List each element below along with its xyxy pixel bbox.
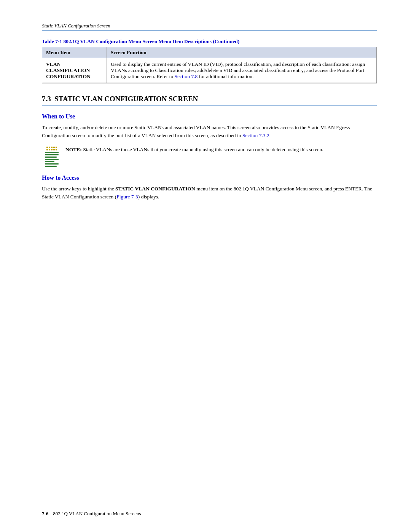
note-icon <box>42 146 62 167</box>
bold-config-text: STATIC VLAN CONFIGURATION <box>115 186 195 192</box>
col-screen-function: Screen Function <box>107 47 377 58</box>
section-heading: 7.3 STATIC VLAN CONFIGURATION SCREEN <box>42 95 377 106</box>
when-to-use-heading: When to Use <box>42 113 377 120</box>
note-content: NOTE: Static VLANs are those VLANs that … <box>65 146 323 153</box>
section-7-3-2-link[interactable]: Section 7.3.2 <box>242 133 269 138</box>
table-header-row: Menu Item Screen Function <box>42 47 377 58</box>
menu-item-cell: VLAN CLASSIFICATION CONFIGURATION <box>42 58 107 83</box>
note-icon-lines <box>45 152 59 167</box>
section-7-8-link[interactable]: Section 7.8 <box>175 73 198 79</box>
figure-7-3-link[interactable]: Figure 7-3 <box>116 194 138 200</box>
note-box: NOTE: Static VLANs are those VLANs that … <box>42 146 377 167</box>
page-footer: 7-6 802.1Q VLAN Configuration Menu Scree… <box>42 511 377 517</box>
footer-page-num: 7-6 <box>42 511 48 517</box>
page-header: Static VLAN Configuration Screen <box>42 23 377 31</box>
table-row: VLAN CLASSIFICATION CONFIGURATION Used t… <box>42 58 377 83</box>
screen-function-cell: Used to display the current entries of V… <box>107 58 377 83</box>
note-label: NOTE: <box>65 147 82 152</box>
how-to-access-heading: How to Access <box>42 174 377 181</box>
how-to-access-paragraph: Use the arrow keys to highlight the STAT… <box>42 185 377 201</box>
when-to-use-paragraph: To create, modify, and/or delete one or … <box>42 124 377 140</box>
note-icon-dots <box>46 147 57 150</box>
footer-text: 802.1Q VLAN Configuration Menu Screens <box>53 511 141 517</box>
col-menu-item: Menu Item <box>42 47 107 58</box>
table-caption: Table 7-1 802.1Q VLAN Configuration Menu… <box>42 38 377 45</box>
vlan-table: Menu Item Screen Function VLAN CLASSIFIC… <box>42 47 377 83</box>
header-text: Static VLAN Configuration Screen <box>42 23 110 29</box>
